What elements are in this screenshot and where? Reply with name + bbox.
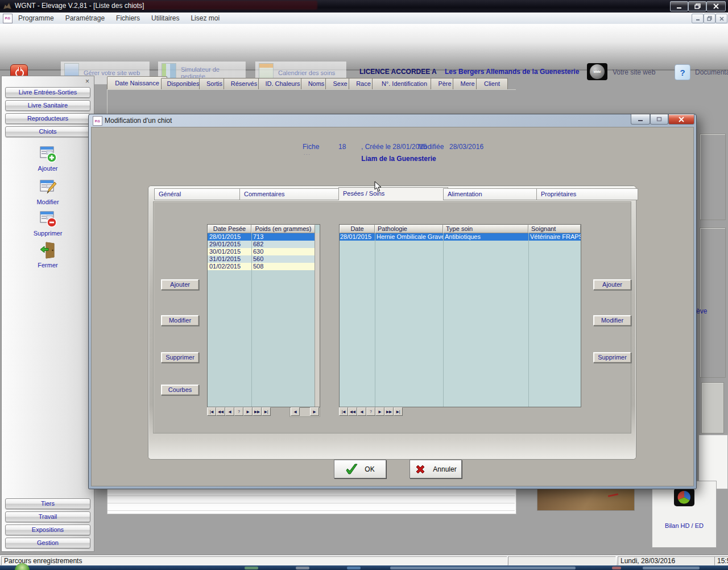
cares-edit-button[interactable]: Modifier xyxy=(593,315,631,326)
nav-last-button[interactable]: ▶| xyxy=(262,407,271,416)
list-tab-id-chaleurs[interactable]: ID. Chaleurs xyxy=(258,78,307,89)
nav-fast-next-button[interactable]: ▶▶ xyxy=(384,407,394,416)
taskbar-icon[interactable] xyxy=(245,567,258,569)
minimize-button[interactable] xyxy=(670,1,688,11)
sidebar-item-gestion[interactable]: Gestion xyxy=(5,538,90,548)
nav-next-button[interactable]: ▶ xyxy=(243,407,253,416)
dialog-titlebar[interactable]: P.G Modification d'un chiot xyxy=(89,114,696,127)
restore-button[interactable] xyxy=(688,1,706,11)
sidebar-item-reproducteurs[interactable]: Reproducteurs xyxy=(5,113,90,124)
mdi-restore-button[interactable] xyxy=(704,14,715,23)
tab-alimentation[interactable]: Alimentation xyxy=(443,188,541,200)
sidebar-item-travail[interactable]: Travail xyxy=(5,511,90,522)
edit-record-icon[interactable] xyxy=(39,179,57,196)
cares-add-button[interactable]: Ajouter xyxy=(593,279,631,290)
sidebar-item-expositions[interactable]: Expositions xyxy=(5,524,90,535)
cares-table[interactable]: Date Pathologie Type soin Soignant 28/01… xyxy=(339,224,581,407)
nav-fast-next-button[interactable]: ▶▶ xyxy=(253,407,262,416)
weights-col-poids[interactable]: Poids (en grammes) xyxy=(251,225,315,233)
table-row[interactable]: 29/01/2015 682 xyxy=(208,241,315,248)
www-globe-icon[interactable]: www xyxy=(587,63,607,80)
weights-vscrollbar[interactable] xyxy=(315,233,320,407)
sidebar-item-livre-entrees-sorties[interactable]: Livre Entrées-Sorties xyxy=(5,87,90,98)
mdi-minimize-button[interactable] xyxy=(692,14,704,23)
check-icon xyxy=(345,464,358,475)
sidebar-supprimer-label[interactable]: Supprimer xyxy=(2,230,94,237)
ok-button[interactable]: OK xyxy=(334,460,386,478)
cares-delete-button[interactable]: Supprimer xyxy=(593,352,631,363)
nav-last-button[interactable]: ▶| xyxy=(394,407,403,416)
nav-next-button[interactable]: ▶ xyxy=(375,407,384,416)
taskbar-icon[interactable] xyxy=(347,567,361,569)
menu-parametrage[interactable]: Paramétrage xyxy=(60,13,110,24)
dialog-maximize-button[interactable] xyxy=(650,114,668,125)
taskbar-icon[interactable] xyxy=(296,567,309,569)
table-row[interactable]: 01/02/2015 508 xyxy=(208,263,315,270)
license-holder: Les Bergers Allemands de la Guenesterie xyxy=(445,68,579,76)
close-button[interactable] xyxy=(706,1,726,11)
taskbar-window-button[interactable] xyxy=(390,567,576,569)
hscroll-right-button[interactable]: ▶ xyxy=(310,407,319,416)
table-row[interactable]: 31/01/2015 560 xyxy=(208,255,315,263)
add-record-icon[interactable] xyxy=(39,145,57,163)
cancel-button[interactable]: Annuler xyxy=(410,460,462,478)
nav-first-button[interactable]: |◀ xyxy=(207,407,216,416)
table-row[interactable]: 28/01/2015 Hernie Ombilicale Grave Antib… xyxy=(340,233,581,241)
taskbar-tray[interactable] xyxy=(643,567,700,569)
list-tab-identification[interactable]: N°. Identification xyxy=(372,78,437,89)
close-door-icon[interactable] xyxy=(39,241,57,259)
list-tab-date-naissance[interactable]: Date Naissance xyxy=(107,76,167,90)
list-tab-client[interactable]: Client xyxy=(476,78,508,89)
windows-taskbar[interactable] xyxy=(0,565,728,570)
pie-chart-icon[interactable] xyxy=(674,488,694,506)
sidebar-item-tiers[interactable]: Tiers xyxy=(5,498,90,509)
dialog-minimize-button[interactable] xyxy=(631,114,650,125)
nav-question-button[interactable]: ? xyxy=(234,407,243,416)
weights-edit-button[interactable]: Modifier xyxy=(161,315,199,326)
status-bar: Parcours enregistrements Lundi, 28/03/20… xyxy=(0,555,728,566)
nav-first-button[interactable]: |◀ xyxy=(339,407,348,416)
bilan-hd-ed-label[interactable]: Bilan HD / ED xyxy=(652,522,716,529)
tab-proprietaires[interactable]: Propriétaires xyxy=(536,188,638,200)
cares-col-date[interactable]: Date xyxy=(340,225,375,233)
tab-commentaires[interactable]: Commentaires xyxy=(239,188,344,200)
nav-prev-button[interactable]: ◀ xyxy=(225,407,234,416)
cares-col-soignant[interactable]: Soignant xyxy=(528,225,581,233)
cancel-label: Annuler xyxy=(433,465,456,473)
cares-col-type-soin[interactable]: Type soin xyxy=(443,225,528,233)
nav-fast-prev-button[interactable]: ◀◀ xyxy=(348,407,357,416)
menu-programme[interactable]: Programme xyxy=(13,13,60,24)
weights-col-date[interactable]: Date Pesée xyxy=(208,225,251,233)
sidebar-close-icon[interactable]: × xyxy=(85,77,89,85)
dog-name: Liam de la Guenesterie xyxy=(308,155,490,163)
sidebar-modifier-label[interactable]: Modifier xyxy=(2,199,94,205)
tab-general[interactable]: Général xyxy=(154,188,245,200)
table-row[interactable]: 30/01/2015 630 xyxy=(208,248,315,255)
dialog-close-button[interactable] xyxy=(668,114,694,125)
documentation-icon[interactable]: ? xyxy=(675,64,690,80)
delete-record-icon[interactable] xyxy=(39,210,57,228)
sidebar-item-chiots[interactable]: Chiots xyxy=(5,126,90,137)
weights-delete-button[interactable]: Supprimer xyxy=(161,352,199,363)
menu-utilitaires[interactable]: Utilitaires xyxy=(146,13,185,24)
weights-curves-button[interactable]: Courbes xyxy=(161,385,199,395)
x-icon xyxy=(415,464,426,475)
sidebar-fermer-label[interactable]: Fermer xyxy=(2,262,94,269)
tab-pesees-soins[interactable]: Pesées / Soins xyxy=(338,187,448,200)
nav-prev-button[interactable]: ◀ xyxy=(357,407,366,416)
menu-fichiers[interactable]: Fichiers xyxy=(110,13,146,24)
table-row[interactable]: 28/01/2015 713 xyxy=(208,233,315,241)
sidebar-ajouter-label[interactable]: Ajouter xyxy=(2,165,94,172)
nav-fast-prev-button[interactable]: ◀◀ xyxy=(216,407,225,416)
hscroll-left-button[interactable]: ◀ xyxy=(291,407,300,416)
mdi-close-button[interactable] xyxy=(715,14,727,23)
taskbar-icon[interactable] xyxy=(612,567,621,569)
fiche-number: 18 xyxy=(338,143,346,151)
nav-question-button[interactable]: ? xyxy=(366,407,375,416)
weights-table[interactable]: Date Pesée Poids (en grammes) 28/01/2015… xyxy=(207,224,320,407)
sidebar-item-livre-sanitaire[interactable]: Livre Sanitaire xyxy=(5,100,90,111)
weights-add-button[interactable]: Ajouter xyxy=(161,279,199,290)
menu-lisezmoi[interactable]: Lisez moi xyxy=(185,13,225,24)
main-titlebar: WGNT - Elevage V.2,81 - [Liste des chiot… xyxy=(0,0,728,13)
cares-col-pathologie[interactable]: Pathologie xyxy=(375,225,443,233)
